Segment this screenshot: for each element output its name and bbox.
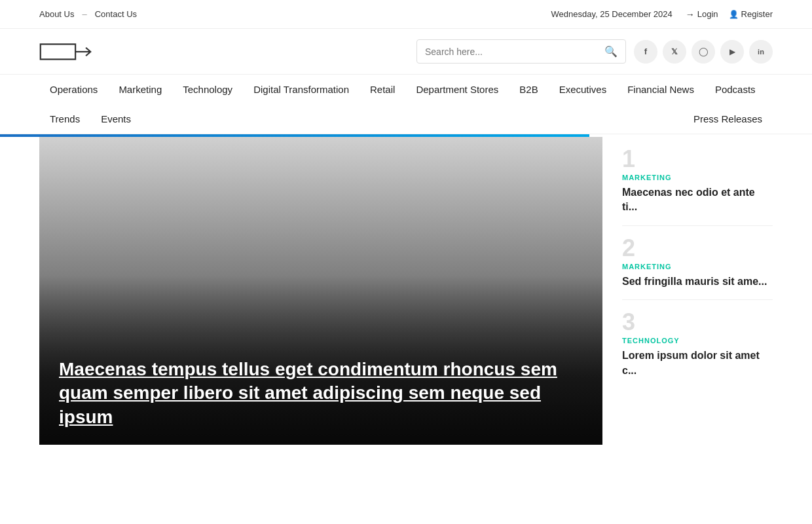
- nav-events[interactable]: Events: [90, 104, 141, 134]
- nav-secondary: Trends Events Press Releases: [0, 104, 812, 134]
- about-us-link[interactable]: About Us: [39, 9, 74, 19]
- sidebar-item-1[interactable]: 1 MARKETING Maecenas nec odio et ante ti…: [622, 137, 773, 226]
- search-button[interactable]: 🔍: [604, 45, 618, 58]
- instagram-icon[interactable]: ◯: [692, 40, 715, 64]
- sidebar-item-1-number: 1: [622, 147, 773, 171]
- nav-press-releases[interactable]: Press Releases: [683, 104, 773, 134]
- search-box: 🔍: [416, 39, 626, 64]
- nav-primary: Operations Marketing Technology Digital …: [0, 75, 812, 104]
- nav-retail[interactable]: Retail: [360, 75, 405, 104]
- nav-secondary-left: Trends Events: [39, 104, 141, 134]
- date-display: Wednesday, 25 December 2024: [551, 9, 673, 19]
- nav-financial-news[interactable]: Financial News: [617, 75, 705, 104]
- logo-svg: [39, 42, 92, 62]
- linkedin-icon[interactable]: in: [749, 40, 773, 64]
- top-bar: About Us – Contact Us Wednesday, 25 Dece…: [0, 0, 812, 29]
- sidebar-item-3[interactable]: 3 TECHNOLOGY Lorem ipsum dolor sit amet …: [622, 300, 773, 388]
- auth-links: → Login 👤 Register: [686, 9, 773, 20]
- nav-container: Operations Marketing Technology Digital …: [0, 74, 812, 134]
- nav-secondary-right: Press Releases: [683, 104, 773, 134]
- user-icon: 👤: [729, 10, 739, 19]
- nav-trends[interactable]: Trends: [39, 104, 90, 134]
- logo[interactable]: [39, 42, 92, 62]
- login-link[interactable]: → Login: [686, 9, 718, 20]
- sidebar-item-2-number: 2: [622, 236, 773, 260]
- featured-article-title[interactable]: Maecenas tempus tellus eget condimentum …: [59, 358, 583, 429]
- sidebar: 1 MARKETING Maecenas nec odio et ante ti…: [622, 137, 773, 445]
- login-icon: →: [686, 9, 695, 20]
- sidebar-item-2-title[interactable]: Sed fringilla mauris sit ame...: [622, 274, 773, 289]
- nav-digital-transformation[interactable]: Digital Transformation: [243, 75, 360, 104]
- sidebar-item-1-category: MARKETING: [622, 174, 773, 181]
- nav-b2b[interactable]: B2B: [509, 75, 548, 104]
- nav-department-stores[interactable]: Department Stores: [405, 75, 509, 104]
- search-input[interactable]: [425, 47, 604, 57]
- sidebar-item-3-number: 3: [622, 310, 773, 334]
- youtube-icon[interactable]: ▶: [720, 40, 744, 64]
- sidebar-item-2-category: MARKETING: [622, 263, 773, 271]
- header: 🔍 f 𝕏 ◯ ▶ in: [0, 29, 812, 74]
- svg-rect-0: [41, 44, 75, 59]
- twitter-icon[interactable]: 𝕏: [663, 40, 686, 64]
- separator: –: [82, 9, 86, 19]
- top-bar-right: Wednesday, 25 December 2024 → Login 👤 Re…: [551, 9, 773, 20]
- main-content: Maecenas tempus tellus eget condimentum …: [0, 137, 812, 445]
- sidebar-item-3-title[interactable]: Lorem ipsum dolor sit amet c...: [622, 348, 773, 378]
- featured-article-content: Maecenas tempus tellus eget condimentum …: [39, 342, 602, 445]
- sidebar-item-2[interactable]: 2 MARKETING Sed fringilla mauris sit ame…: [622, 226, 773, 300]
- top-bar-left: About Us – Contact Us: [39, 9, 137, 19]
- nav-technology[interactable]: Technology: [172, 75, 243, 104]
- contact-us-link[interactable]: Contact Us: [95, 9, 137, 19]
- facebook-icon[interactable]: f: [634, 40, 657, 64]
- header-right: 🔍 f 𝕏 ◯ ▶ in: [416, 39, 773, 64]
- social-icons: f 𝕏 ◯ ▶ in: [634, 40, 773, 64]
- featured-article[interactable]: Maecenas tempus tellus eget condimentum …: [39, 137, 602, 445]
- sidebar-item-3-category: TECHNOLOGY: [622, 337, 773, 345]
- sidebar-item-1-title[interactable]: Maecenas nec odio et ante ti...: [622, 185, 773, 215]
- nav-executives[interactable]: Executives: [549, 75, 618, 104]
- register-link[interactable]: 👤 Register: [729, 9, 773, 20]
- nav-operations[interactable]: Operations: [39, 75, 108, 104]
- nav-podcasts[interactable]: Podcasts: [705, 75, 766, 104]
- nav-marketing[interactable]: Marketing: [108, 75, 172, 104]
